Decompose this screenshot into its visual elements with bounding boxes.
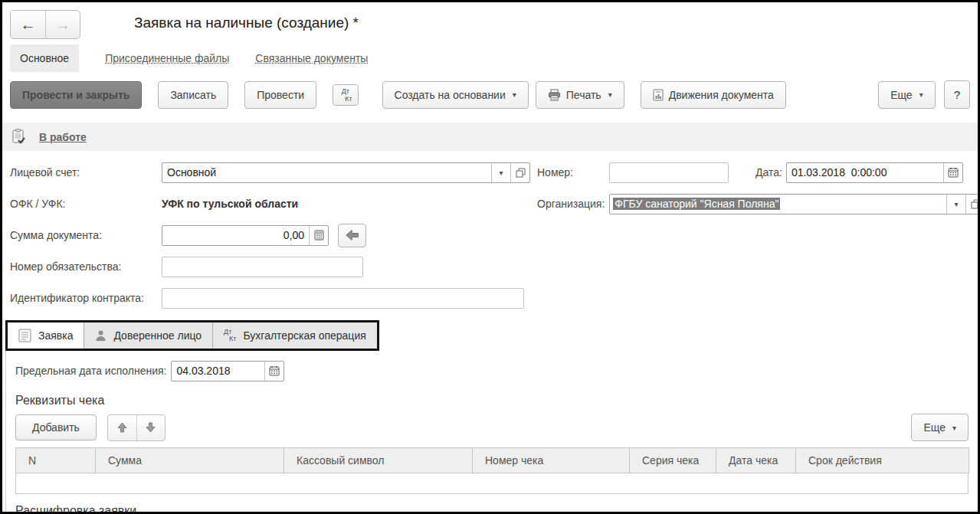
check-table-header-row: N Сумма Кассовый символ Номер чека Серия… <box>16 448 969 473</box>
help-button[interactable]: ? <box>944 80 970 109</box>
obligation-number-label: Номер обязательства: <box>10 260 162 273</box>
col-amount[interactable]: Сумма <box>96 448 284 473</box>
number-input[interactable] <box>610 163 728 182</box>
status-band: В работе <box>2 123 978 151</box>
document-chart-icon <box>653 89 664 101</box>
chevron-down-icon: ▾ <box>919 90 923 99</box>
tab-accounting-label: Бухгалтерская операция <box>243 329 365 342</box>
document-form: Лицевой счет: ▾ Номер: Дата: ОФК / УФК: … <box>2 151 978 309</box>
tab-attached-files[interactable]: Присоединенные файлы <box>105 52 229 64</box>
request-tab-content: Предельная дата исполнения: Реквизиты че… <box>5 351 978 514</box>
table-more-label: Еще <box>923 421 946 434</box>
document-icon <box>18 329 31 342</box>
chevron-down-icon: ▾ <box>952 424 956 432</box>
organization-combo: ФГБУ санаторий "Ясная Поляна" ▾ <box>609 194 980 214</box>
dtkt-icon[interactable]: Дт Кт <box>333 84 358 106</box>
deadline-field <box>171 361 284 381</box>
contract-id-label: Идентификатор контракта: <box>10 292 162 304</box>
status-link[interactable]: В работе <box>39 131 87 143</box>
back-icon[interactable]: ← <box>11 11 45 38</box>
create-based-on-label: Создать на основании <box>395 89 506 101</box>
print-label: Печать <box>566 89 601 101</box>
col-n[interactable]: N <box>16 448 96 473</box>
account-combo: ▾ <box>162 162 530 183</box>
choose-from-list-icon[interactable] <box>510 163 529 182</box>
col-check-date[interactable]: Дата чека <box>716 448 796 473</box>
tab-trustee[interactable]: Доверенное лицо <box>84 322 213 349</box>
calendar-icon[interactable] <box>264 362 284 381</box>
chevron-down-icon[interactable]: ▾ <box>946 195 965 214</box>
document-movements-button[interactable]: Движения документа <box>641 81 786 109</box>
check-table: N Сумма Кассовый символ Номер чека Серия… <box>15 447 969 473</box>
row-number-date: Номер: Дата: <box>537 162 963 183</box>
breakdown-section-title: Расшифровка заявки <box>15 504 969 514</box>
chevron-down-icon: ▾ <box>513 90 516 99</box>
col-check-series[interactable]: Серия чека <box>630 448 716 473</box>
calculator-icon[interactable] <box>309 226 328 245</box>
tab-request-label: Заявка <box>38 329 73 342</box>
row-amount: Сумма документа: <box>10 224 970 246</box>
toolbar: Провести и закрыть Записать Провести Дт … <box>2 74 978 115</box>
tab-trustee-label: Доверенное лицо <box>113 329 202 342</box>
nav-tabs: Основное Присоединенные файлы Связанные … <box>2 42 978 74</box>
tab-accounting[interactable]: Дт Кт Бухгалтерская операция <box>213 322 377 349</box>
organization-input[interactable]: ФГБУ санаторий "Ясная Поляна" <box>610 198 946 210</box>
amount-field <box>162 225 329 246</box>
amount-input[interactable] <box>162 226 309 245</box>
add-row-button[interactable]: Добавить <box>15 414 97 440</box>
contract-id-input[interactable] <box>162 289 523 308</box>
row-account: Лицевой счет: ▾ Номер: Дата: <box>10 162 970 183</box>
tab-related-documents[interactable]: Связанные документы <box>255 52 368 64</box>
col-check-number[interactable]: Номер чека <box>473 448 630 473</box>
account-input[interactable] <box>162 163 491 182</box>
amount-label: Сумма документа: <box>10 229 162 241</box>
col-cash-symbol[interactable]: Кассовый символ <box>284 448 473 473</box>
more-button[interactable]: Еще ▾ <box>878 81 936 109</box>
history-nav-group: ← → <box>10 10 80 39</box>
page-title: Заявка на наличные (создание) * <box>134 15 359 31</box>
dt-label: Дт <box>342 87 349 95</box>
row-deadline: Предельная дата исполнения: <box>15 360 969 381</box>
row-organization: Организация: ФГБУ санаторий "Ясная Полян… <box>537 194 980 214</box>
person-icon <box>95 329 107 342</box>
post-and-close-button[interactable]: Провести и закрыть <box>10 81 142 109</box>
contract-id-field <box>162 288 524 309</box>
chevron-down-icon[interactable]: ▾ <box>491 163 510 182</box>
create-based-on-button[interactable]: Создать на основании ▾ <box>382 81 529 109</box>
choose-from-list-icon[interactable] <box>965 195 980 214</box>
move-down-icon[interactable] <box>136 415 165 440</box>
printer-icon <box>548 89 561 101</box>
table-more-button[interactable]: Еще ▾ <box>911 414 969 441</box>
move-up-icon[interactable] <box>108 415 136 440</box>
kt-label: Кт <box>229 336 236 342</box>
clipboard-check-icon[interactable] <box>11 129 26 145</box>
tab-request[interactable]: Заявка <box>8 322 84 349</box>
obligation-number-field <box>162 257 363 277</box>
check-section-title: Реквизиты чека <box>15 394 969 408</box>
post-button[interactable]: Провести <box>244 81 316 109</box>
deadline-label: Предельная дата исполнения: <box>15 365 166 377</box>
col-valid-until[interactable]: Срок действия <box>796 448 969 473</box>
organization-selected-text: ФГБУ санаторий "Ясная Поляна" <box>613 198 780 210</box>
tab-main[interactable]: Основное <box>10 44 79 72</box>
more-label: Еще <box>890 89 913 101</box>
check-table-empty-body[interactable] <box>15 473 969 494</box>
check-table-toolbar: Добавить Еще ▾ <box>15 414 969 441</box>
row-contract: Идентификатор контракта: <box>10 287 970 309</box>
fill-amount-arrow-icon[interactable] <box>338 224 366 247</box>
date-field <box>786 162 963 183</box>
chevron-down-icon: ▾ <box>608 90 612 99</box>
obligation-number-input[interactable] <box>162 257 362 277</box>
number-label: Номер: <box>537 166 573 178</box>
deadline-input[interactable] <box>172 362 264 381</box>
ofk-label: ОФК / УФК: <box>10 198 162 210</box>
print-button[interactable]: Печать ▾ <box>536 81 624 109</box>
save-button[interactable]: Записать <box>158 81 228 109</box>
date-input[interactable] <box>787 163 943 182</box>
row-obligation: Номер обязательства: <box>10 256 970 277</box>
document-movements-label: Движения документа <box>669 89 774 101</box>
organization-label: Организация: <box>537 198 605 210</box>
calendar-icon[interactable] <box>943 163 962 182</box>
move-row-group <box>107 414 166 441</box>
forward-icon[interactable]: → <box>45 11 80 38</box>
